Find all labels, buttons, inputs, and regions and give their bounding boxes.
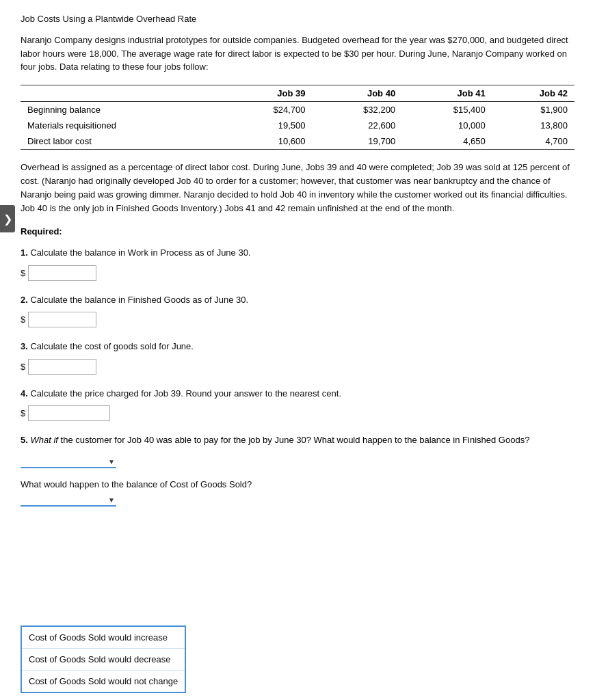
- question-5-text: 5. What if the customer for Job 40 was a…: [21, 433, 574, 447]
- col-header-job42: Job 42: [492, 85, 574, 101]
- row-label-materials: Materials requisitioned: [21, 118, 222, 133]
- question-3-text: 3. Calculate the cost of goods sold for …: [21, 340, 574, 353]
- nav-arrow[interactable]: ❯: [0, 205, 15, 232]
- dollar-sign-4: $: [21, 408, 25, 418]
- row-label-beginning: Beginning balance: [21, 101, 222, 118]
- question-5-rest: the customer for Job 40 was able to pay …: [61, 435, 530, 445]
- table-row: Beginning balance $24,700 $32,200 $15,40…: [21, 101, 574, 118]
- question-5-block: 5. What if the customer for Job 40 was a…: [21, 433, 574, 513]
- col-header-job39: Job 39: [222, 85, 313, 101]
- dollar-sign-1: $: [21, 268, 25, 278]
- col-header-label: [21, 85, 222, 101]
- answer-input-1[interactable]: [28, 265, 96, 281]
- cell-job40-beginning: $32,200: [312, 101, 402, 118]
- cogs-question-label: What would happen to the balance of Cost…: [21, 479, 574, 489]
- cell-job42-materials: 13,800: [492, 118, 574, 133]
- cell-job41-beginning: $15,400: [402, 101, 492, 118]
- description-text: Overhead is assigned as a percentage of …: [21, 161, 574, 216]
- intro-text: Naranjo Company designs industrial proto…: [21, 33, 574, 74]
- question-2-block: 2. Calculate the balance in Finished Goo…: [21, 293, 574, 328]
- data-table: Job 39 Job 40 Job 41 Job 42 Beginning ba…: [21, 85, 574, 150]
- dropdown-option-increase[interactable]: Cost of Goods Sold would increase: [22, 627, 185, 649]
- cell-job41-labor: 4,650: [402, 133, 492, 150]
- finished-goods-dropdown-area: Finished Goods would increase Finished G…: [21, 454, 574, 475]
- question-3-block: 3. Calculate the cost of goods sold for …: [21, 340, 574, 375]
- page-title: Job Costs Using a Plantwide Overhead Rat…: [21, 14, 574, 24]
- question-1-input-row: $: [21, 265, 574, 281]
- row-label-labor: Direct labor cost: [21, 133, 222, 150]
- cell-job41-materials: 10,000: [402, 118, 492, 133]
- dropdown-option-decrease[interactable]: Cost of Goods Sold would decrease: [22, 649, 185, 671]
- dropdown-option-nochange[interactable]: Cost of Goods Sold would not change: [22, 671, 185, 692]
- required-label: Required:: [21, 226, 574, 237]
- question-4-number: 4.: [21, 388, 28, 399]
- cell-job39-beginning: $24,700: [222, 101, 313, 118]
- question-5-number: 5.: [21, 435, 28, 445]
- question-2-label: Calculate the balance in Finished Goods …: [30, 295, 248, 305]
- table-row: Materials requisitioned 19,500 22,600 10…: [21, 118, 574, 133]
- question-4-label: Calculate the price charged for Job 39. …: [30, 388, 341, 399]
- question-1-text: 1. Calculate the balance in Work in Proc…: [21, 246, 574, 260]
- question-3-number: 3.: [21, 341, 28, 351]
- col-header-job40: Job 40: [312, 85, 402, 101]
- question-4-block: 4. Calculate the price charged for Job 3…: [21, 387, 574, 422]
- cogs-dropdown[interactable]: Cost of Goods Sold would increase Cost o…: [21, 492, 116, 507]
- cell-job40-labor: 19,700: [312, 133, 402, 150]
- question-1-block: 1. Calculate the balance in Work in Proc…: [21, 246, 574, 281]
- finished-goods-dropdown[interactable]: Finished Goods would increase Finished G…: [21, 454, 116, 468]
- answer-input-4[interactable]: [28, 405, 110, 421]
- cell-job39-materials: 19,500: [222, 118, 313, 133]
- question-3-input-row: $: [21, 359, 574, 375]
- col-header-job41: Job 41: [402, 85, 492, 101]
- cell-job42-labor: 4,700: [492, 133, 574, 150]
- answer-input-3[interactable]: [28, 359, 96, 375]
- question-1-label: Calculate the balance in Work in Process…: [30, 247, 250, 258]
- answer-input-2[interactable]: [28, 312, 96, 327]
- question-2-input-row: $: [21, 312, 574, 327]
- dollar-sign-2: $: [21, 314, 25, 325]
- cell-job42-beginning: $1,900: [492, 101, 574, 118]
- finished-goods-dropdown-wrapper: Finished Goods would increase Finished G…: [21, 454, 116, 468]
- question-3-label: Calculate the cost of goods sold for Jun…: [30, 341, 193, 351]
- cell-job40-materials: 22,600: [312, 118, 402, 133]
- question-4-text: 4. Calculate the price charged for Job 3…: [21, 387, 574, 401]
- question-1-number: 1.: [21, 247, 28, 258]
- cogs-dropdown-area: Cost of Goods Sold would increase Cost o…: [21, 492, 574, 513]
- page-container: ❯ Job Costs Using a Plantwide Overhead R…: [0, 0, 595, 700]
- dropdown-open-box: Cost of Goods Sold would increase Cost o…: [21, 625, 186, 693]
- dropdown-open-overlay: Cost of Goods Sold would increase Cost o…: [21, 625, 186, 693]
- table-row: Direct labor cost 10,600 19,700 4,650 4,…: [21, 133, 574, 150]
- question-4-input-row: $: [21, 405, 574, 421]
- what-if-label: What if: [30, 435, 57, 445]
- dollar-sign-3: $: [21, 362, 25, 372]
- question-2-text: 2. Calculate the balance in Finished Goo…: [21, 293, 574, 307]
- question-2-number: 2.: [21, 295, 28, 305]
- cell-job39-labor: 10,600: [222, 133, 313, 150]
- cogs-dropdown-wrapper: Cost of Goods Sold would increase Cost o…: [21, 492, 116, 507]
